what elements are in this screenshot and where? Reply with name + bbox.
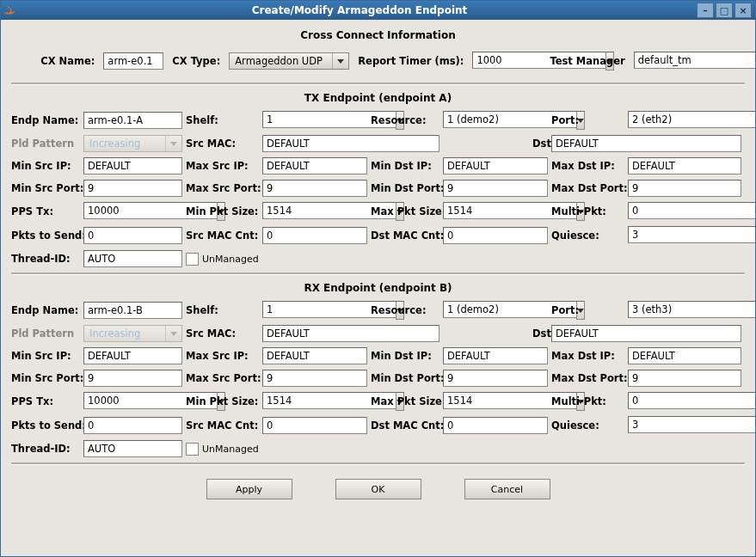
rx-resource-combo[interactable] xyxy=(443,301,548,320)
tx-quiesce-combo[interactable] xyxy=(628,226,741,245)
tx-pps-label: PPS Tx: xyxy=(11,205,80,217)
rx-pkts-to-send-label: Pkts to Send: xyxy=(11,419,80,432)
rx-min-dst-port-input[interactable] xyxy=(443,370,548,387)
tx-shelf-label: Shelf: xyxy=(186,114,259,126)
rx-pld-label: Pld Pattern xyxy=(11,327,80,340)
rx-quiesce-label: Quiesce: xyxy=(551,419,624,432)
rx-pld-combo: Increasing xyxy=(83,325,182,342)
tx-src-mac-cnt-input[interactable] xyxy=(262,227,367,244)
tx-pkts-to-send-label: Pkts to Send: xyxy=(11,230,80,242)
tx-shelf-combo[interactable] xyxy=(262,111,367,130)
tx-min-pkt-label: Min Pkt Size: xyxy=(186,205,259,217)
rx-pps-combo[interactable] xyxy=(83,392,182,411)
tx-min-dst-ip-input[interactable] xyxy=(443,157,548,174)
tx-endp-name-input[interactable] xyxy=(83,112,182,129)
tx-max-src-port-input[interactable] xyxy=(262,180,367,197)
rx-max-src-port-label: Max Src Port: xyxy=(186,372,259,384)
divider xyxy=(11,83,745,85)
tx-min-src-ip-input[interactable] xyxy=(83,157,182,174)
checkbox-box xyxy=(186,253,199,266)
rx-max-dst-ip-label: Max Dst IP: xyxy=(551,350,624,362)
tx-multi-pkt-combo[interactable] xyxy=(628,202,741,221)
test-manager-combo[interactable] xyxy=(634,52,716,70)
tx-dst-mac-cnt-label: Dst MAC Cnt: xyxy=(371,230,439,242)
tx-src-mac-input[interactable] xyxy=(262,135,439,152)
rx-min-pkt-combo[interactable] xyxy=(262,392,367,411)
tx-dst-mac-input[interactable] xyxy=(551,135,741,152)
rx-max-dst-ip-input[interactable] xyxy=(628,347,741,364)
tx-unmanaged-checkbox[interactable]: UnManaged xyxy=(186,253,367,266)
rx-max-dst-port-label: Max Dst Port: xyxy=(551,372,624,384)
ok-button[interactable]: OK xyxy=(335,479,421,499)
divider xyxy=(11,272,745,275)
rx-max-pkt-label: Max Pkt Size: xyxy=(371,395,439,407)
tx-port-combo[interactable] xyxy=(628,111,741,130)
cx-name-label: CX Name: xyxy=(40,55,95,67)
rx-multi-pkt-combo[interactable] xyxy=(628,392,741,411)
tx-max-dst-ip-label: Max Dst IP: xyxy=(551,160,624,172)
tx-max-pkt-combo[interactable] xyxy=(443,202,548,221)
button-row: Apply OK Cancel xyxy=(11,474,745,499)
rx-port-combo[interactable] xyxy=(628,301,741,320)
cx-type-combo[interactable]: Armageddon UDP xyxy=(229,52,349,70)
checkbox-box xyxy=(186,443,199,456)
cx-name-input[interactable] xyxy=(103,52,163,70)
rx-min-src-ip-label: Min Src IP: xyxy=(11,350,80,362)
rx-min-dst-ip-input[interactable] xyxy=(443,347,548,364)
tx-heading: TX Endpoint (endpoint A) xyxy=(11,92,745,104)
rx-max-pkt-combo[interactable] xyxy=(443,392,548,411)
tx-min-src-port-input[interactable] xyxy=(83,180,182,197)
maximize-button[interactable]: □ xyxy=(716,3,733,18)
tx-src-mac-cnt-label: Src MAC Cnt: xyxy=(186,230,259,242)
rx-dst-mac-input[interactable] xyxy=(551,325,741,342)
window-title: Create/Modify Armageddon Endpoint xyxy=(22,4,697,16)
rx-port-label: Port: xyxy=(551,304,624,316)
rx-thread-id-input[interactable] xyxy=(83,440,182,457)
test-manager-label: Test Manager xyxy=(550,55,624,67)
rx-multi-pkt-label: Multi-Pkt: xyxy=(551,395,624,407)
tx-max-dst-ip-input[interactable] xyxy=(628,157,741,174)
tx-pkts-to-send-input[interactable] xyxy=(83,227,182,244)
tx-resource-label: Resource: xyxy=(371,114,439,126)
report-timer-combo[interactable] xyxy=(472,52,541,70)
tx-max-dst-port-input[interactable] xyxy=(628,180,741,197)
cancel-button[interactable]: Cancel xyxy=(464,479,550,499)
tx-min-dst-port-input[interactable] xyxy=(443,180,548,197)
rx-max-src-ip-input[interactable] xyxy=(262,347,367,364)
divider xyxy=(11,462,745,465)
tx-min-dst-port-label: Min Dst Port: xyxy=(371,182,439,194)
rx-pps-label: PPS Tx: xyxy=(11,395,80,407)
rx-max-dst-port-input[interactable] xyxy=(628,370,741,387)
tx-max-src-ip-input[interactable] xyxy=(262,157,367,174)
tx-pld-combo: Increasing xyxy=(83,135,182,152)
cross-connect-heading: Cross Connect Information xyxy=(11,29,745,41)
rx-src-mac-cnt-label: Src MAC Cnt: xyxy=(186,419,259,432)
rx-src-mac-input[interactable] xyxy=(262,325,439,342)
minimize-button[interactable]: – xyxy=(697,3,714,18)
rx-shelf-combo[interactable] xyxy=(262,301,367,320)
rx-min-dst-port-label: Min Dst Port: xyxy=(371,372,439,384)
rx-unmanaged-checkbox[interactable]: UnManaged xyxy=(186,443,367,456)
rx-pkts-to-send-input[interactable] xyxy=(83,417,182,434)
rx-heading: RX Endpoint (endpoint B) xyxy=(11,282,745,294)
tx-thread-id-input[interactable] xyxy=(83,250,182,267)
close-button[interactable]: × xyxy=(734,3,752,18)
tx-min-pkt-combo[interactable] xyxy=(262,202,367,221)
tx-min-src-port-label: Min Src Port: xyxy=(11,182,80,194)
tx-resource-combo[interactable] xyxy=(443,111,548,130)
cx-type-label: CX Type: xyxy=(172,55,220,67)
rx-quiesce-combo[interactable] xyxy=(628,416,741,435)
rx-max-src-port-input[interactable] xyxy=(262,370,367,387)
tx-grid: Endp Name: Shelf: Resource: Port: Pld Pa… xyxy=(11,111,745,267)
apply-button[interactable]: Apply xyxy=(206,479,292,499)
rx-endp-name-input[interactable] xyxy=(83,302,182,319)
rx-dst-mac-cnt-input[interactable] xyxy=(443,417,548,434)
rx-src-mac-cnt-input[interactable] xyxy=(262,417,367,434)
tx-max-dst-port-label: Max Dst Port: xyxy=(551,182,624,194)
tx-pps-combo[interactable] xyxy=(83,202,182,221)
report-timer-label: Report Timer (ms): xyxy=(358,55,464,67)
tx-port-label: Port: xyxy=(551,114,624,126)
rx-min-src-port-input[interactable] xyxy=(83,370,182,387)
rx-min-src-ip-input[interactable] xyxy=(83,347,182,364)
tx-dst-mac-cnt-input[interactable] xyxy=(443,227,548,244)
